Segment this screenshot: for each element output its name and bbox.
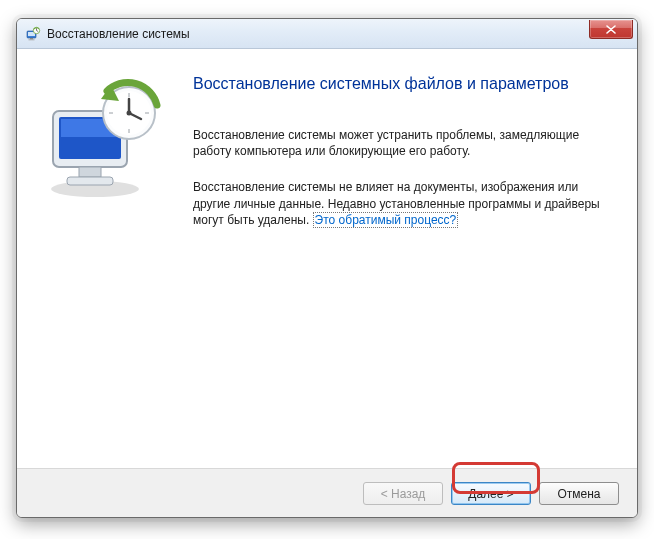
reversible-process-link[interactable]: Это обратимый процесс? <box>313 212 459 228</box>
dialog-footer: < Назад Далее > Отмена <box>17 468 637 518</box>
page-heading: Восстановление системных файлов и параме… <box>193 75 603 93</box>
svg-point-19 <box>127 111 132 116</box>
back-button: < Назад <box>363 482 443 505</box>
dialog-body: Восстановление системных файлов и параме… <box>17 49 637 468</box>
svg-rect-9 <box>79 167 101 177</box>
next-button[interactable]: Далее > <box>451 482 531 505</box>
svg-rect-3 <box>29 39 35 40</box>
cancel-button[interactable]: Отмена <box>539 482 619 505</box>
system-restore-icon <box>25 26 41 42</box>
dialog-window: Восстановление системы <box>16 18 638 518</box>
system-restore-graphic-icon <box>39 77 167 205</box>
content-pane: Восстановление системных файлов и параме… <box>187 49 637 468</box>
close-button[interactable] <box>589 20 633 39</box>
svg-rect-2 <box>30 38 33 40</box>
paragraph-1: Восстановление системы может устранить п… <box>193 127 603 159</box>
titlebar: Восстановление системы <box>17 19 637 49</box>
left-pane <box>17 49 187 468</box>
close-icon <box>606 25 616 34</box>
window-title: Восстановление системы <box>47 27 589 41</box>
paragraph-2: Восстановление системы не влияет на доку… <box>193 179 603 228</box>
svg-rect-10 <box>67 177 113 185</box>
